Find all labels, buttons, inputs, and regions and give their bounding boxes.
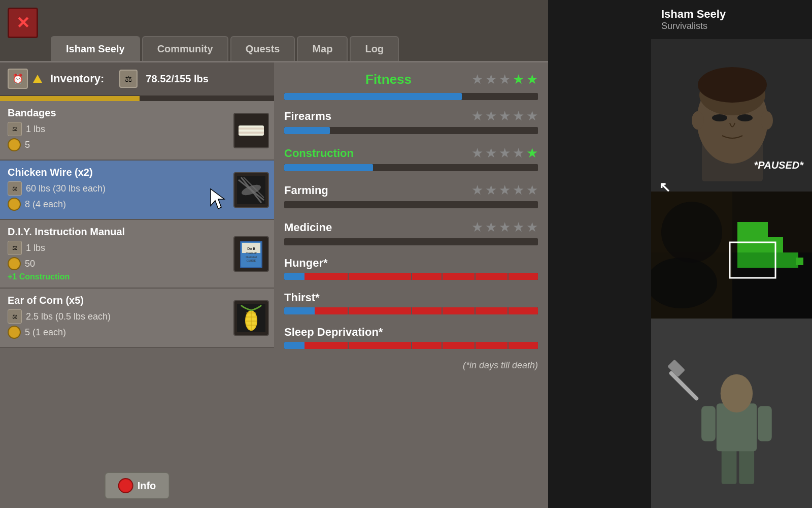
stat-header-medicine: Medicine ★ ★ ★ ★ ★ — [284, 219, 538, 235]
svg-point-55 — [721, 374, 753, 412]
construction-stars: ★ ★ ★ ★ ★ — [471, 145, 538, 161]
close-button[interactable]: ✕ — [8, 8, 38, 38]
info-button[interactable]: Info — [105, 472, 170, 499]
stat-name-sleep: Sleep Deprivation* — [284, 326, 383, 339]
stat-row-sleep: Sleep Deprivation* — [284, 326, 538, 349]
player-faction: Survivalists — [661, 21, 802, 31]
svg-point-30 — [692, 111, 704, 130]
item-name-corn: Ear of Corn (x5) — [8, 295, 266, 306]
fitness-bar-section — [284, 93, 538, 100]
svg-rect-2 — [239, 132, 264, 134]
firearms-bar-fill — [284, 127, 330, 134]
svg-rect-56 — [701, 406, 716, 441]
stat-header-thirst: Thirst* — [284, 291, 538, 304]
medicine-bar-bg — [284, 238, 538, 245]
tab-map[interactable]: Map — [297, 36, 348, 61]
stat-header-hunger: Hunger* — [284, 257, 538, 270]
firearms-stars: ★ ★ ★ ★ ★ — [471, 108, 538, 124]
svg-rect-41 — [737, 252, 753, 268]
construction-bar-bg — [284, 164, 538, 171]
warning-icon — [33, 75, 42, 83]
item-name-bandages: Bandages — [8, 107, 266, 119]
character-svg — [651, 332, 812, 495]
svg-rect-37 — [753, 222, 768, 237]
player-name: Isham Seely — [661, 8, 802, 21]
item-image-diy-manual: Do It Yourself Illustrated GUIDE — [233, 236, 269, 272]
fitness-bar-fill — [284, 93, 462, 100]
item-value-diy-manual: 50 — [25, 259, 35, 269]
firearms-bar-bg — [284, 127, 538, 134]
tab-isham-seely[interactable]: Isham Seely — [51, 36, 140, 61]
paused-text: *PAUSED* — [754, 160, 803, 171]
weight-icon: ⚖ — [119, 70, 138, 88]
map-arrow-row: ↖ — [651, 181, 812, 192]
svg-rect-57 — [758, 406, 772, 441]
stat-row-thirst: Thirst* — [284, 291, 538, 314]
inventory-item-diy-manual[interactable]: D.I.Y. Instruction Manual ⚖ 1 lbs 50 +1 … — [0, 220, 274, 289]
item-value-chicken-wire: 8 (4 each) — [25, 199, 66, 210]
stat-header-farming: Farming ★ ★ ★ ★ ★ — [284, 182, 538, 198]
firearms-star-2: ★ — [485, 108, 497, 124]
svg-point-32 — [698, 67, 767, 103]
construction-star-4: ★ — [513, 145, 524, 161]
nav-bar: ✕ Isham Seely Community Quests Map Log — [0, 0, 548, 61]
fitness-star-3: ★ — [499, 72, 511, 87]
character-thumbnail — [651, 319, 812, 508]
weight-display: 78.52/155 lbs — [146, 73, 208, 85]
coin-icon-diy-manual — [8, 257, 21, 270]
weight-bar — [0, 96, 140, 101]
inventory-item-corn[interactable]: Ear of Corn (x5) ⚖ 2.5 lbs (0.5 lbs each… — [0, 289, 274, 348]
tab-community[interactable]: Community — [142, 36, 228, 61]
svg-point-31 — [761, 111, 773, 130]
item-weight-corn: 2.5 lbs (0.5 lbs each) — [26, 311, 111, 322]
svg-point-47 — [661, 202, 722, 263]
stat-row-medicine: Medicine ★ ★ ★ ★ ★ — [284, 219, 538, 245]
farming-star-3: ★ — [499, 182, 511, 198]
fitness-star-5: ★ — [526, 72, 538, 87]
item-value-corn: 5 (1 each) — [25, 327, 66, 338]
item-value-bandages: 5 — [25, 140, 30, 150]
fitness-label: Fitness — [365, 72, 412, 87]
item-weight-bandages: 1 lbs — [26, 124, 45, 135]
svg-rect-38 — [737, 237, 753, 252]
inventory-title: Inventory: — [50, 72, 104, 85]
map-svg — [651, 192, 812, 319]
info-button-icon — [118, 478, 133, 493]
item-weight-diy-manual: 1 lbs — [26, 243, 45, 253]
construction-star-3: ★ — [499, 145, 511, 161]
days-till-death: (*in days till death) — [284, 360, 538, 371]
stat-row-firearms: Firearms ★ ★ ★ ★ ★ — [284, 108, 538, 134]
farming-star-5: ★ — [526, 182, 538, 198]
firearms-star-5: ★ — [526, 108, 538, 124]
svg-point-28 — [712, 114, 727, 121]
svg-rect-46 — [796, 258, 803, 265]
farming-star-1: ★ — [471, 182, 483, 198]
fitness-star-1: ★ — [471, 72, 483, 87]
medicine-star-4: ★ — [513, 219, 524, 235]
main-panel: ⏰ Inventory: ⚖ 78.52/155 lbs Bandages ⚖ … — [0, 61, 548, 508]
inventory-item-chicken-wire[interactable]: Chicken Wire (x2) ⚖ 60 lbs (30 lbs each)… — [0, 161, 274, 220]
tab-log[interactable]: Log — [350, 36, 399, 61]
construction-star-5: ★ — [526, 145, 538, 161]
medicine-star-2: ★ — [485, 219, 497, 235]
tab-quests[interactable]: Quests — [230, 36, 295, 61]
fitness-row: Fitness ★ ★ ★ ★ ★ — [274, 72, 548, 87]
svg-rect-39 — [753, 237, 768, 252]
item-weight-chicken-wire: 60 lbs (30 lbs each) — [26, 183, 106, 194]
farming-bar-bg — [284, 201, 538, 208]
fitness-bar-bg — [284, 93, 538, 100]
tabs-container: Isham Seely Community Quests Map Log — [51, 36, 399, 61]
map-thumbnail[interactable] — [651, 192, 812, 319]
info-button-label: Info — [138, 480, 156, 492]
stats-section: Fitness ★ ★ ★ ★ ★ — [274, 62, 548, 508]
item-bonus-diy-manual: +1 Construction — [8, 272, 266, 281]
stat-header-sleep: Sleep Deprivation* — [284, 326, 538, 339]
inventory-list[interactable]: Bandages ⚖ 1 lbs 5 — [0, 101, 274, 472]
stat-header-construction: Construction ★ ★ ★ ★ ★ — [284, 145, 538, 161]
stat-name-medicine: Medicine — [284, 221, 332, 234]
item-image-corn — [233, 300, 269, 336]
medicine-star-3: ★ — [499, 219, 511, 235]
firearms-star-4: ★ — [513, 108, 524, 124]
inventory-item-bandages[interactable]: Bandages ⚖ 1 lbs 5 — [0, 101, 274, 161]
inventory-icon: ⏰ — [8, 69, 28, 89]
